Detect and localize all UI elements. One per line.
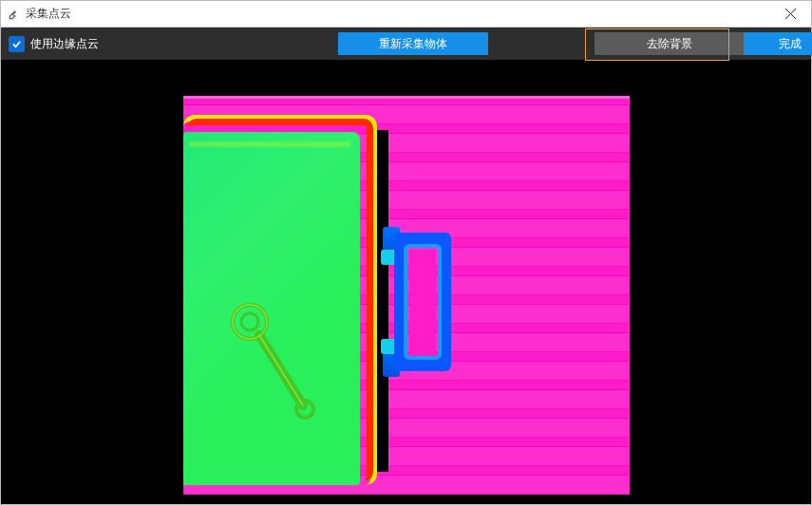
use-edge-pointcloud-label: 使用边缘点云 bbox=[30, 36, 99, 52]
scanned-object-case bbox=[183, 115, 377, 485]
svg-point-6 bbox=[233, 305, 267, 339]
checkmark-icon bbox=[11, 39, 22, 49]
case-handle bbox=[381, 227, 466, 377]
remove-background-button[interactable]: 去除背景 bbox=[595, 32, 745, 55]
remove-background-label: 去除背景 bbox=[647, 36, 692, 52]
checkbox-box bbox=[9, 36, 25, 52]
close-icon bbox=[785, 9, 796, 19]
pointcloud-capture-window: 采集点云 使用边缘点云 重新采集物体 去除背景 完成 bbox=[0, 0, 812, 505]
svg-point-3 bbox=[241, 313, 258, 330]
recollect-object-button[interactable]: 重新采集物体 bbox=[338, 32, 488, 55]
case-face bbox=[183, 132, 360, 485]
wrench-relief bbox=[216, 293, 330, 436]
use-edge-pointcloud-checkbox[interactable]: 使用边缘点云 bbox=[9, 36, 99, 52]
handle-inner-gap bbox=[409, 250, 436, 356]
close-button[interactable] bbox=[769, 1, 811, 27]
toolbar: 使用边缘点云 重新采集物体 去除背景 完成 bbox=[1, 28, 811, 60]
svg-line-7 bbox=[259, 335, 303, 405]
window-title: 采集点云 bbox=[26, 6, 71, 22]
recollect-object-label: 重新采集物体 bbox=[379, 36, 447, 52]
done-button[interactable]: 完成 bbox=[744, 32, 812, 55]
done-label: 完成 bbox=[779, 36, 802, 52]
wrench-icon bbox=[7, 7, 22, 22]
pointcloud-viewport[interactable] bbox=[1, 60, 811, 504]
titlebar: 采集点云 bbox=[1, 1, 811, 28]
pointcloud-canvas bbox=[183, 96, 630, 495]
